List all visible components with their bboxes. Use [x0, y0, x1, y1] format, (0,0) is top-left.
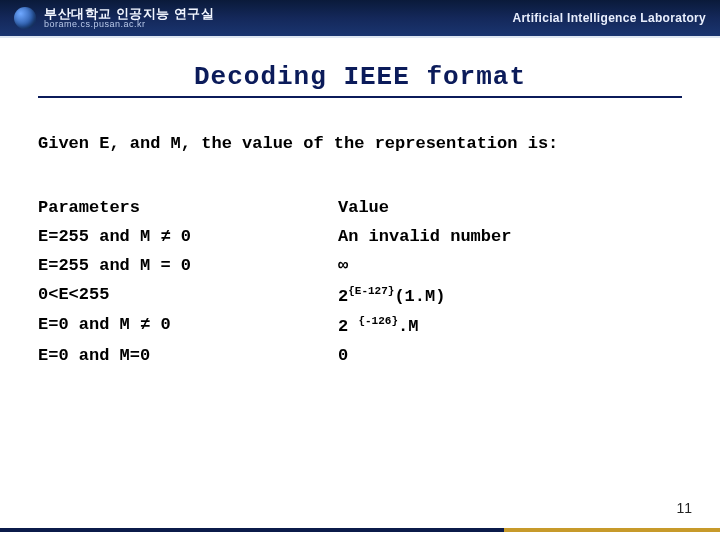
- param-row-3: E=0 and M ≠ 0: [38, 314, 338, 339]
- param-row-4: E=0 and M=0: [38, 345, 338, 368]
- value-mid: (1.M): [394, 286, 445, 305]
- page-number: 11: [676, 500, 692, 516]
- lead-text: Given E, and M, the value of the represe…: [38, 134, 682, 153]
- globe-icon: [14, 7, 36, 29]
- value-row-1: ∞: [338, 255, 682, 278]
- value-row-2: 2{E-127}(1.M): [338, 284, 682, 309]
- param-row-1: E=255 and M = 0: [38, 255, 338, 278]
- col-header-params: Parameters: [38, 197, 338, 220]
- value-exp: {E-127}: [348, 285, 394, 297]
- lab-name-en: Artificial Intelligence Laboratory: [512, 11, 706, 25]
- col-header-value: Value: [338, 197, 682, 220]
- header-left: 부산대학교 인공지능 연구실 borame.cs.pusan.ac.kr: [14, 7, 214, 29]
- value-row-3: 2 {-126}.M: [338, 314, 682, 339]
- org-url: borame.cs.pusan.ac.kr: [44, 20, 214, 29]
- header-bar: 부산대학교 인공지능 연구실 borame.cs.pusan.ac.kr Art…: [0, 0, 720, 38]
- param-row-0: E=255 and M ≠ 0: [38, 226, 338, 249]
- title-underline: [38, 96, 682, 98]
- value-row-0: An invalid number: [338, 226, 682, 249]
- value-base: 2: [338, 317, 358, 336]
- value-base: 2: [338, 286, 348, 305]
- slide-body: Decoding IEEE format Given E, and M, the…: [0, 38, 720, 368]
- slide-title: Decoding IEEE format: [38, 62, 682, 92]
- value-row-4: 0: [338, 345, 682, 368]
- params-table: Parameters Value E=255 and M ≠ 0 An inva…: [38, 197, 682, 368]
- param-row-2: 0<E<255: [38, 284, 338, 309]
- header-title-group: 부산대학교 인공지능 연구실 borame.cs.pusan.ac.kr: [44, 7, 214, 29]
- footer-stripe: [0, 528, 720, 532]
- value-mid: .M: [398, 317, 418, 336]
- value-exp: {-126}: [358, 315, 398, 327]
